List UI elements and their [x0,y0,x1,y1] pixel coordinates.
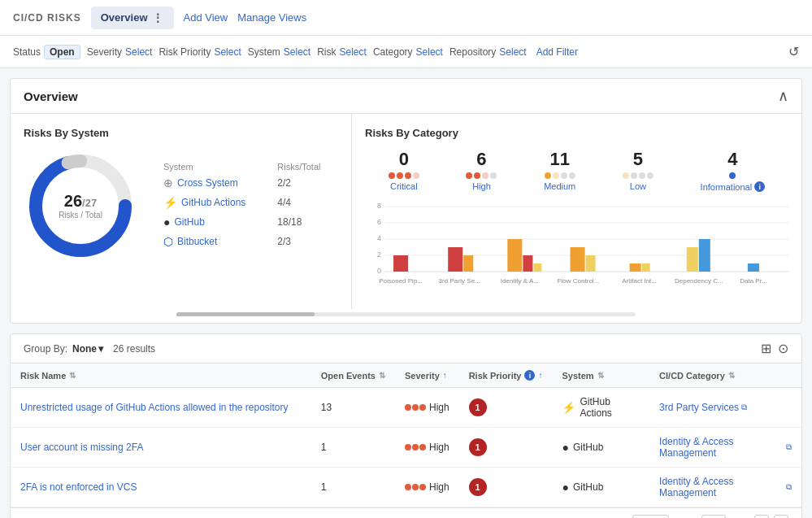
system-label: System [248,46,280,58]
category-value[interactable]: Select [416,46,443,58]
system-link[interactable]: ⚡ GitHub Actions [163,196,264,209]
category-item: 0 Critical [389,149,419,192]
cat-count: 5 [623,149,654,170]
system-name: GitHub Actions [580,396,640,419]
svg-text:6: 6 [377,218,381,226]
columns-toggle-button[interactable]: ⊞ [761,341,771,356]
status-value[interactable]: Open [44,45,80,59]
table-header-row: Risk Name ⇅ Open Events ⇅ Severity [11,363,801,388]
data-table: Risk Name ⇅ Open Events ⇅ Severity [11,363,801,507]
category-item: 6 High [466,149,497,192]
cat-name[interactable]: High [472,181,491,191]
sort-icon-open-events: ⇅ [379,371,385,380]
open-events-cell: 13 [311,388,395,428]
collapse-button[interactable]: ∧ [778,87,788,105]
results-bar: Group By: None ▾ 26 results ⊞ ⊙ [10,333,802,363]
risk-priority-info-icon[interactable]: i [524,370,535,381]
repository-value[interactable]: Select [499,46,526,58]
system-risks-value: 18/18 [271,212,338,232]
cat-name[interactable]: Low [630,181,646,191]
col-category[interactable]: CI/CD Category ⇅ [649,363,801,388]
risks-by-system-title: Risks By System [24,127,338,139]
svg-text:Poisoned Pip...: Poisoned Pip... [379,277,423,285]
external-link-icon: ⧉ [741,403,747,412]
export-button[interactable]: ⊙ [778,341,788,356]
cat-count: 11 [544,149,575,170]
category-filter: Category Select [373,46,443,58]
cat-name[interactable]: Medium [544,181,575,191]
severity-label: Severity [87,46,122,58]
risks-by-category-panel: Risks By Category 0 Critical 6 High 11 M… [352,114,801,309]
filter-reset-button[interactable]: ↺ [788,44,799,59]
col-risk-priority[interactable]: Risk Priority i ↑ [459,363,553,388]
system-link[interactable]: ⬡ Bitbucket [163,235,264,248]
svg-rect-28 [687,247,698,272]
system-table-row: ⬡ Bitbucket 2/3 [157,232,338,251]
category-link[interactable]: 3rd Party Services ⧉ [659,402,792,413]
prev-page-button[interactable]: ‹ [754,515,769,518]
group-by-dropdown[interactable]: None ▾ [72,343,103,355]
risks-by-system-panel: Risks By System 26/2 [11,114,352,309]
svg-rect-19 [523,255,532,272]
risk-name-link[interactable]: Unrestricted usage of GitHub Actions all… [20,402,289,413]
risk-priority-value[interactable]: Select [214,46,241,58]
risk-name-link[interactable]: 2FA is not enforced in VCS [20,481,137,493]
risk-label: Risk [317,46,336,58]
col-risk-name[interactable]: Risk Name ⇅ [11,363,311,388]
system-cell: ● GitHub [562,441,640,454]
category-item: 4 Informational i [701,149,766,192]
svg-rect-31 [748,263,759,272]
col-system[interactable]: System ⇅ [552,363,649,388]
svg-rect-16 [463,255,473,272]
category-link[interactable]: Identity & Access Management ⧉ [659,436,792,459]
overview-tab-label: Overview [101,11,148,24]
system-value[interactable]: Select [284,46,310,58]
risks-total-col-header: Risks/Total [271,160,338,173]
risk-value[interactable]: Select [340,46,367,58]
brand-label: CI/CD RISKS [13,12,81,24]
system-link[interactable]: ● GitHub [163,215,264,229]
category-link[interactable]: Identity & Access Management ⧉ [659,476,792,498]
svg-text:Identity & A...: Identity & A... [501,277,539,285]
donut-chart: 26/27 Risks / Total [24,149,137,263]
system-table-row: ⊕ Cross System 2/2 [157,173,338,193]
add-filter-button[interactable]: Add Filter [536,46,578,58]
risk-priority-filter: Risk Priority Select [158,46,241,58]
svg-rect-22 [570,247,584,272]
cat-name[interactable]: Informational [701,182,753,192]
svg-text:4: 4 [377,234,381,242]
rows-dropdown[interactable]: 25 50 100 [632,515,669,518]
overview-tab[interactable]: Overview ⋮ [91,7,174,29]
col-open-events[interactable]: Open Events ⇅ [311,363,395,388]
tab-more-icon[interactable]: ⋮ [151,11,164,24]
add-view-link[interactable]: Add View [184,11,228,24]
system-name: GitHub [573,442,603,453]
next-page-button[interactable]: › [774,515,788,518]
system-col-header: System [157,160,271,173]
system-chart: 26/27 Risks / Total System Risks/Total [24,149,338,263]
external-link-icon: ⧉ [786,482,792,492]
severity-value[interactable]: Select [125,46,152,58]
severity-badge: High [405,402,449,413]
bar-chart-svg: 8 6 4 2 0 Poisoned Pip... [365,198,788,296]
col-severity[interactable]: Severity ↑ [395,363,459,388]
overview-panel: Overview ∧ Risks By System [10,78,802,324]
category-label: Category [373,46,413,58]
severity-filter: Severity Select [87,46,153,58]
results-count: 26 results [113,343,155,355]
risk-priority-label: Risk Priority [158,46,211,58]
severity-label: High [429,442,449,453]
risk-name-link[interactable]: User account is missing 2FA [20,442,143,453]
repository-filter: Repository Select [449,46,527,58]
system-risks-value: 4/4 [271,193,338,212]
cat-name[interactable]: Critical [390,181,418,191]
manage-views-link[interactable]: Manage Views [237,11,306,24]
svg-rect-13 [393,255,408,272]
svg-text:Artifact Int...: Artifact Int... [622,277,657,285]
system-table: System Risks/Total ⊕ Cross System 2/2 ⚡ … [157,160,338,251]
system-link[interactable]: ⊕ Cross System [163,176,264,189]
page-input[interactable] [701,515,726,518]
svg-text:Dependency C...: Dependency C... [675,277,723,285]
sort-icon-system: ⇅ [597,371,604,380]
system-risks-value: 2/2 [271,173,338,193]
